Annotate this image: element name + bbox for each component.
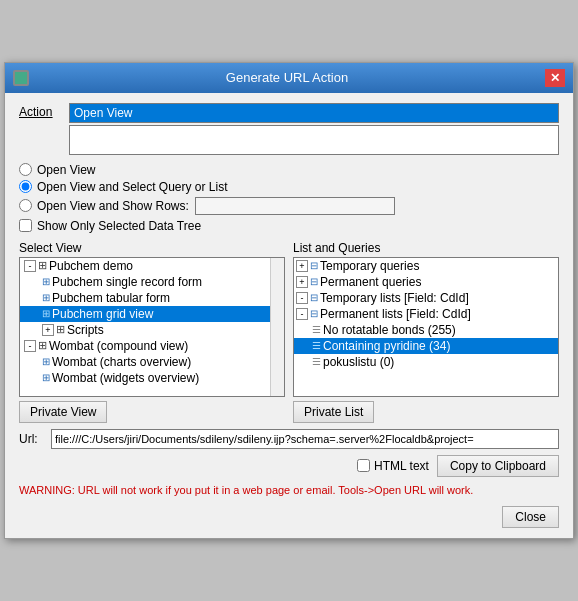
tree-item-highlighted[interactable]: ⊞ Pubchem grid view	[20, 306, 284, 322]
checkbox-row: Show Only Selected Data Tree	[19, 219, 559, 233]
list-queries-tree[interactable]: + ⊟ Temporary queries + ⊟ Permanent quer…	[293, 257, 559, 397]
expand-icon[interactable]: +	[296, 260, 308, 272]
copy-row: HTML text Copy to Clipboard	[19, 455, 559, 477]
svg-rect-0	[15, 72, 27, 84]
expand-icon[interactable]: -	[296, 308, 308, 320]
dialog-body: Action Open View Open View Open View and…	[5, 93, 573, 538]
generate-url-dialog: Generate URL Action ✕ Action Open View O…	[4, 62, 574, 539]
list-queries-label: List and Queries	[293, 241, 559, 255]
url-input[interactable]	[51, 429, 559, 449]
tree-item-label: Wombat (widgets overview)	[52, 371, 199, 385]
tree-item[interactable]: + ⊟ Temporary queries	[294, 258, 558, 274]
expand-icon[interactable]: +	[42, 324, 54, 336]
private-list-button[interactable]: Private List	[293, 401, 374, 423]
tree-item-label: Containing pyridine (34)	[323, 339, 450, 353]
radio-open-view[interactable]	[19, 163, 32, 176]
copy-to-clipboard-button[interactable]: Copy to Clipboard	[437, 455, 559, 477]
html-text-label: HTML text	[374, 459, 429, 473]
tree-item-label: Permanent queries	[320, 275, 421, 289]
tree-item-label: Pubchem tabular form	[52, 291, 170, 305]
tree-item[interactable]: ⊞ Wombat (widgets overview)	[20, 370, 284, 386]
expand-icon[interactable]: -	[24, 260, 36, 272]
action-combo-dropdown	[69, 125, 559, 155]
tree-item-label: No rotatable bonds (255)	[323, 323, 456, 337]
tree-item-highlighted[interactable]: ☰ Containing pyridine (34)	[294, 338, 558, 354]
radio-row-2: Open View and Select Query or List	[19, 180, 559, 194]
radio-row-3: Open View and Show Rows:	[19, 197, 559, 215]
rows-input[interactable]	[195, 197, 395, 215]
tree-item[interactable]: + ⊟ Permanent queries	[294, 274, 558, 290]
list-queries-panel: List and Queries + ⊟ Temporary queries +…	[293, 241, 559, 423]
scrollbar[interactable]	[270, 258, 284, 396]
private-view-button[interactable]: Private View	[19, 401, 107, 423]
tree-item-label: Wombat (compound view)	[49, 339, 188, 353]
expand-icon[interactable]: -	[296, 292, 308, 304]
app-icon	[13, 70, 29, 86]
warning-text: WARNING: URL will not work if you put it…	[19, 483, 559, 498]
select-view-tree[interactable]: - ⊞ Pubchem demo ⊞ Pubchem single record…	[19, 257, 285, 397]
close-title-button[interactable]: ✕	[545, 69, 565, 87]
tree-item[interactable]: ⊞ Pubchem single record form	[20, 274, 284, 290]
url-row: Url:	[19, 429, 559, 449]
dialog-title: Generate URL Action	[29, 70, 545, 85]
show-selected-checkbox[interactable]	[19, 219, 32, 232]
url-label: Url:	[19, 432, 47, 446]
radio-row-1: Open View	[19, 163, 559, 177]
radio-open-view-rows[interactable]	[19, 199, 32, 212]
panels-row: Select View - ⊞ Pubchem demo ⊞ Pubchem s…	[19, 241, 559, 423]
expand-icon[interactable]: +	[296, 276, 308, 288]
radio-open-view-select-label: Open View and Select Query or List	[37, 180, 228, 194]
tree-item[interactable]: ☰ No rotatable bonds (255)	[294, 322, 558, 338]
tree-item[interactable]: ☰ pokuslistu (0)	[294, 354, 558, 370]
close-button[interactable]: Close	[502, 506, 559, 528]
radio-open-view-rows-label: Open View and Show Rows:	[37, 199, 189, 213]
html-text-checkbox[interactable]	[357, 459, 370, 472]
tree-item[interactable]: - ⊟ Permanent lists [Field: CdId]	[294, 306, 558, 322]
tree-item-label: Scripts	[67, 323, 104, 337]
tree-item[interactable]: - ⊟ Temporary lists [Field: CdId]	[294, 290, 558, 306]
tree-item[interactable]: + ⊞ Scripts	[20, 322, 284, 338]
tree-item[interactable]: - ⊞ Wombat (compound view)	[20, 338, 284, 354]
action-label: Action	[19, 103, 65, 119]
title-bar: Generate URL Action ✕	[5, 63, 573, 93]
radio-group: Open View Open View and Select Query or …	[19, 163, 559, 215]
radio-open-view-select[interactable]	[19, 180, 32, 193]
action-row: Action Open View	[19, 103, 559, 155]
tree-item-label: Temporary lists [Field: CdId]	[320, 291, 469, 305]
tree-item-label: Pubchem single record form	[52, 275, 202, 289]
select-view-label: Select View	[19, 241, 285, 255]
tree-item-label: Permanent lists [Field: CdId]	[320, 307, 471, 321]
action-combo-selected[interactable]: Open View	[69, 103, 559, 123]
expand-icon[interactable]: -	[24, 340, 36, 352]
action-combo: Open View	[69, 103, 559, 155]
tree-item[interactable]: - ⊞ Pubchem demo	[20, 258, 284, 274]
show-selected-label: Show Only Selected Data Tree	[37, 219, 201, 233]
tree-item-label: Pubchem demo	[49, 259, 133, 273]
select-view-panel: Select View - ⊞ Pubchem demo ⊞ Pubchem s…	[19, 241, 285, 423]
tree-item-label: Pubchem grid view	[52, 307, 153, 321]
tree-item[interactable]: ⊞ Wombat (charts overview)	[20, 354, 284, 370]
html-text-row: HTML text	[357, 459, 429, 473]
bottom-row: Close	[19, 506, 559, 528]
tree-item[interactable]: ⊞ Pubchem tabular form	[20, 290, 284, 306]
tree-item-label: pokuslistu (0)	[323, 355, 394, 369]
radio-open-view-label: Open View	[37, 163, 95, 177]
tree-item-label: Temporary queries	[320, 259, 419, 273]
tree-item-label: Wombat (charts overview)	[52, 355, 191, 369]
